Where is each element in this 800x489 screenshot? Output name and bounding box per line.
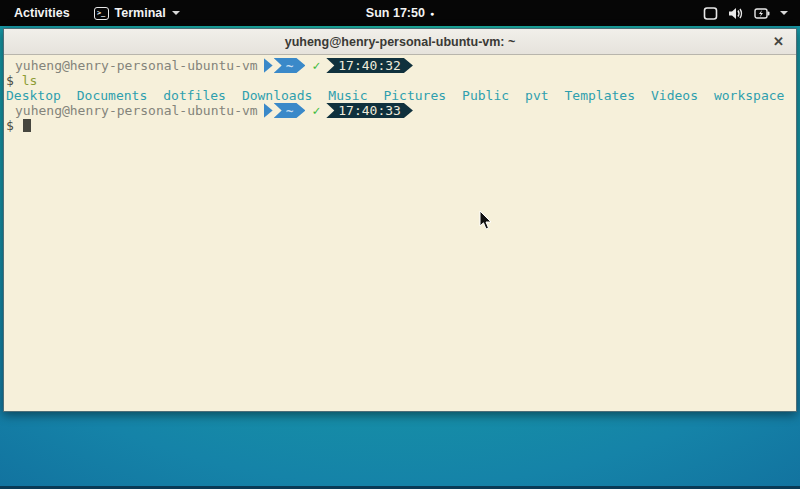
prompt-timestamp: 17:40:32 bbox=[326, 58, 413, 73]
clock-button[interactable]: Sun 17:50 ● bbox=[366, 6, 434, 20]
powerline-arrow-icon bbox=[264, 103, 273, 118]
clock-label: Sun 17:50 bbox=[366, 6, 425, 20]
directory-entry: workspace bbox=[714, 88, 784, 103]
prompt-directory-segment: ~ bbox=[274, 103, 306, 118]
directory-entry: Music bbox=[328, 88, 367, 103]
prompt-directory-segment: ~ bbox=[274, 58, 306, 73]
top-bar: Activities >_ Terminal Sun 17:50 ● bbox=[0, 0, 800, 26]
prompt-symbol: $ bbox=[6, 118, 14, 133]
status-check-icon: ✓ bbox=[312, 103, 320, 118]
prompt-user-host: yuheng@henry-personal-ubuntu-vm bbox=[15, 103, 258, 118]
prompt-symbol: $ bbox=[6, 73, 14, 88]
directory-entry: Public bbox=[462, 88, 509, 103]
typed-command: ls bbox=[22, 73, 38, 88]
prompt-timestamp: 17:40:33 bbox=[326, 103, 413, 118]
prompt-line: yuheng@henry-personal-ubuntu-vm ~ ✓ 17:4… bbox=[6, 58, 794, 73]
prompt-line: yuheng@henry-personal-ubuntu-vm ~ ✓ 17:4… bbox=[6, 103, 794, 118]
window-title: yuheng@henry-personal-ubuntu-vm: ~ bbox=[4, 35, 796, 49]
system-tray-menu[interactable] bbox=[691, 0, 800, 26]
battery-charging-icon bbox=[754, 7, 770, 20]
text-cursor bbox=[23, 119, 31, 132]
close-button[interactable]: ✕ bbox=[761, 29, 796, 55]
terminal-icon: >_ bbox=[94, 7, 109, 20]
directory-entry: Downloads bbox=[242, 88, 312, 103]
app-menu-label: Terminal bbox=[115, 6, 166, 20]
prompt-user-host: yuheng@henry-personal-ubuntu-vm bbox=[15, 58, 258, 73]
window-titlebar[interactable]: yuheng@henry-personal-ubuntu-vm: ~ ✕ bbox=[4, 29, 796, 55]
input-line[interactable]: $ bbox=[6, 118, 794, 133]
activities-button[interactable]: Activities bbox=[0, 0, 84, 26]
chevron-down-icon bbox=[172, 11, 180, 15]
volume-icon bbox=[728, 7, 744, 20]
display-icon bbox=[703, 7, 718, 20]
directory-entry: Desktop bbox=[6, 88, 61, 103]
terminal-window: yuheng@henry-personal-ubuntu-vm: ~ ✕ yuh… bbox=[3, 28, 797, 412]
directory-entry: Videos bbox=[651, 88, 698, 103]
directory-entry: Pictures bbox=[383, 88, 446, 103]
terminal-screen[interactable]: yuheng@henry-personal-ubuntu-vm ~ ✓ 17:4… bbox=[4, 55, 796, 411]
directory-entry: dotfiles bbox=[163, 88, 226, 103]
directory-entry: Documents bbox=[77, 88, 147, 103]
directory-entry: pvt bbox=[525, 88, 548, 103]
app-menu-terminal[interactable]: >_ Terminal bbox=[84, 0, 190, 26]
directory-entry: Templates bbox=[565, 88, 635, 103]
ls-output-line: Desktop Documents dotfiles Downloads Mus… bbox=[6, 88, 794, 103]
chevron-down-icon bbox=[780, 11, 788, 15]
notification-dot-icon: ● bbox=[430, 10, 434, 17]
status-check-icon: ✓ bbox=[312, 58, 320, 73]
powerline-arrow-icon bbox=[264, 58, 273, 73]
command-line: $ ls bbox=[6, 73, 794, 88]
